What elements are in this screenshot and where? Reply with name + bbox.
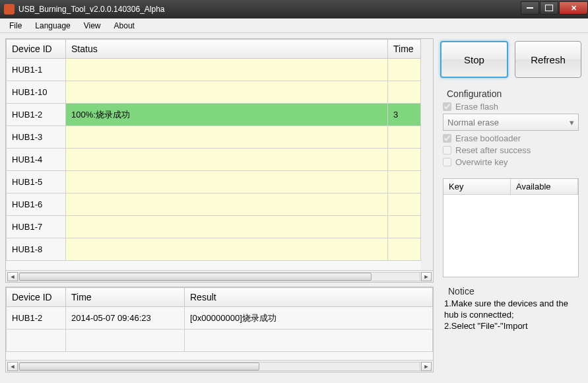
table-row[interactable]: HUB1-5 xyxy=(7,171,421,193)
cell-time xyxy=(388,193,421,216)
overwrite-key-input[interactable] xyxy=(443,158,451,166)
cell-time xyxy=(388,216,421,238)
cell-result: [0x00000000]烧录成功 xyxy=(185,307,433,330)
cell-device-id: HUB1-4 xyxy=(7,149,66,171)
overwrite-key-checkbox[interactable]: Overwirte key xyxy=(443,157,579,167)
result-log-table[interactable]: Device ID Time Result HUB1-22014-05-07 0… xyxy=(6,287,433,352)
cell-status xyxy=(66,238,388,261)
erase-flash-checkbox[interactable]: Erase flash xyxy=(443,102,579,112)
cell-status xyxy=(66,171,388,193)
notice-title: Notice xyxy=(448,285,577,297)
key-table[interactable]: Key Available xyxy=(443,178,579,277)
cell-status xyxy=(66,193,388,216)
title-bar: USB_Burning_Tool_v2.0.0.140306_Alpha xyxy=(0,0,588,18)
app-icon xyxy=(4,4,15,15)
cell-device-id: HUB1-1 xyxy=(7,59,66,81)
col-time[interactable]: Time xyxy=(388,40,421,59)
notice-line-2: 2.Select "File"-"Import xyxy=(444,321,577,332)
cell-device-id: HUB1-6 xyxy=(7,193,66,216)
notice-line-1: 1.Make sure the devices and the hub is c… xyxy=(444,298,577,321)
cell-device-id: HUB1-2 xyxy=(7,104,66,126)
erase-bootloader-checkbox[interactable]: Erase bootloader xyxy=(443,133,579,143)
cell-device-id: HUB1-8 xyxy=(7,238,66,261)
cell-device-id: HUB1-3 xyxy=(7,126,66,149)
device-status-table[interactable]: Device ID Status Time HUB1-1HUB1-10HUB1-… xyxy=(6,39,421,261)
cell-time xyxy=(388,149,421,171)
menu-bar: File Language View About xyxy=(0,18,588,33)
maximize-button[interactable] xyxy=(540,1,558,15)
scroll-left-button[interactable]: ◄ xyxy=(7,272,18,281)
refresh-button[interactable]: Refresh xyxy=(515,41,581,78)
cell-device-id: HUB1-7 xyxy=(7,216,66,238)
cell-device-id: HUB1-5 xyxy=(7,171,66,193)
table-row[interactable]: HUB1-10 xyxy=(7,81,421,104)
menu-file[interactable]: File xyxy=(3,20,28,32)
cell-time xyxy=(388,238,421,261)
table-row[interactable]: HUB1-22014-05-07 09:46:23[0x00000000]烧录成… xyxy=(7,307,433,330)
table-row[interactable]: HUB1-2100%:烧录成功3 xyxy=(7,104,421,126)
reset-after-input[interactable] xyxy=(443,146,451,155)
scroll-right-button[interactable]: ► xyxy=(421,272,432,281)
table-row[interactable]: HUB1-8 xyxy=(7,238,421,261)
cell-time: 3 xyxy=(388,104,421,126)
col-status[interactable]: Status xyxy=(66,40,388,59)
cell-device-id: HUB1-10 xyxy=(7,81,66,104)
log-col-result[interactable]: Result xyxy=(185,288,433,307)
stop-button[interactable]: Stop xyxy=(440,41,508,78)
log-scroll-left-button[interactable]: ◄ xyxy=(7,362,18,371)
cell-time xyxy=(388,59,421,81)
window-title: USB_Burning_Tool_v2.0.0.140306_Alpha xyxy=(18,5,165,14)
log-col-time[interactable]: Time xyxy=(66,288,185,307)
table-row[interactable]: HUB1-3 xyxy=(7,126,421,149)
configuration-title: Configuration xyxy=(447,88,579,99)
result-log-panel: Device ID Time Result HUB1-22014-05-07 0… xyxy=(5,287,434,372)
erase-flash-input[interactable] xyxy=(443,102,451,111)
cell-status xyxy=(66,126,388,149)
erase-mode-select[interactable]: Normal erase ▾ xyxy=(443,114,579,131)
key-col-key[interactable]: Key xyxy=(443,179,511,194)
cell-time xyxy=(388,171,421,193)
close-button[interactable] xyxy=(559,1,588,15)
log-col-device-id[interactable]: Device ID xyxy=(7,288,66,307)
cell-device-id: HUB1-2 xyxy=(7,307,66,330)
chevron-down-icon: ▾ xyxy=(570,118,574,127)
log-horizontal-scrollbar[interactable]: ◄ ► xyxy=(6,360,433,372)
cell-time: 2014-05-07 09:46:23 xyxy=(66,307,185,330)
horizontal-scrollbar[interactable]: ◄ ► xyxy=(6,270,433,282)
table-row[interactable]: HUB1-7 xyxy=(7,216,421,238)
configuration-section: Configuration Erase flash Normal erase ▾… xyxy=(439,87,583,173)
erase-bootloader-input[interactable] xyxy=(443,134,451,143)
vertical-scrollbar[interactable] xyxy=(421,39,433,270)
menu-about[interactable]: About xyxy=(108,20,141,32)
log-scroll-right-button[interactable]: ► xyxy=(421,362,432,371)
cell-time xyxy=(388,126,421,149)
table-row[interactable]: HUB1-1 xyxy=(7,59,421,81)
cell-time xyxy=(388,81,421,104)
cell-status xyxy=(66,81,388,104)
reset-after-checkbox[interactable]: Reset after success xyxy=(443,145,579,155)
cell-status xyxy=(66,216,388,238)
cell-status: 100%:烧录成功 xyxy=(66,104,388,126)
table-row xyxy=(7,330,433,352)
device-status-panel: Device ID Status Time HUB1-1HUB1-10HUB1-… xyxy=(5,38,434,283)
col-device-id[interactable]: Device ID xyxy=(7,40,66,59)
menu-language[interactable]: Language xyxy=(28,20,77,32)
cell-status xyxy=(66,59,388,81)
notice-section: Notice 1.Make sure the devices and the h… xyxy=(439,280,583,336)
minimize-button[interactable] xyxy=(521,1,539,15)
table-row[interactable]: HUB1-6 xyxy=(7,193,421,216)
menu-view[interactable]: View xyxy=(77,20,108,32)
cell-status xyxy=(66,149,388,171)
table-row[interactable]: HUB1-4 xyxy=(7,149,421,171)
key-col-available[interactable]: Available xyxy=(511,179,578,194)
